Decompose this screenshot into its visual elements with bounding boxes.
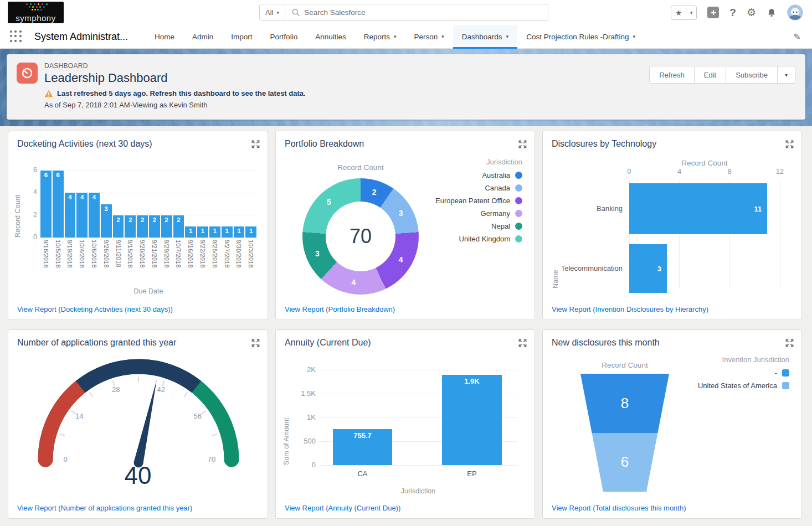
svg-text:56: 56: [194, 412, 202, 420]
chart-subtitle: Record Count: [311, 163, 410, 172]
tab-person[interactable]: Person▾: [405, 25, 453, 49]
widget-applications-granted-gauge: Number of applications granted this year…: [8, 329, 268, 519]
view-report-link[interactable]: View Report (Annuity (Current Due)): [285, 504, 400, 512]
bar[interactable]: 2: [149, 215, 160, 238]
legend-item[interactable]: Canada: [435, 184, 522, 192]
x-tick-label: 9/11/2018: [113, 240, 124, 284]
svg-text:14: 14: [75, 412, 83, 420]
y-axis-title: Record Count: [14, 171, 22, 238]
legend-item[interactable]: United Kingdom: [435, 235, 522, 243]
bar[interactable]: 2: [113, 215, 124, 238]
expand-icon[interactable]: [518, 140, 527, 151]
svg-text:28: 28: [112, 385, 120, 394]
setup-gear-icon[interactable]: ⚙: [747, 6, 756, 19]
tab-label: Portfolio: [270, 33, 298, 41]
bar[interactable]: 2: [125, 215, 136, 238]
bar[interactable]: 2: [161, 215, 172, 238]
widget-title: New disclosures this month: [552, 338, 660, 348]
x-tick-label: 9/18/2018: [40, 240, 52, 284]
bar[interactable]: 4: [89, 193, 100, 238]
funnel-segment[interactable]: 8: [580, 374, 669, 433]
view-report-link[interactable]: View Report (Docketing Activities (next …: [17, 305, 173, 313]
search-scope-dropdown[interactable]: All ▾: [260, 4, 285, 20]
subscribe-button[interactable]: Subscribe: [726, 66, 778, 84]
tab-admin[interactable]: Admin: [183, 25, 222, 49]
notifications-bell-icon[interactable]: [767, 8, 777, 18]
bar[interactable]: 6: [40, 171, 52, 238]
chart-legend: JurisdictionAustraliaCanadaEuropean Pate…: [435, 158, 522, 247]
expand-icon[interactable]: [518, 339, 527, 349]
user-avatar[interactable]: [787, 4, 803, 20]
global-add-icon[interactable]: +: [707, 7, 719, 18]
more-actions-chevron-button[interactable]: ▾: [778, 66, 795, 84]
edit-nav-pencil-icon[interactable]: ✎: [794, 32, 801, 42]
nav-tabs: HomeAdminImportPortfolioAnnuitiesReports…: [146, 25, 644, 49]
expand-icon[interactable]: [251, 140, 260, 151]
legend-item[interactable]: European Patent Office: [435, 197, 522, 205]
favorites-star-icon[interactable]: ★: [671, 8, 686, 17]
bar[interactable]: 11: [629, 183, 767, 234]
edit-button[interactable]: Edit: [695, 66, 726, 84]
bar[interactable]: 2: [137, 215, 148, 238]
bar[interactable]: 1: [222, 226, 233, 238]
bar[interactable]: 3: [629, 244, 667, 293]
tab-label: Reports: [364, 33, 390, 41]
legend-item[interactable]: Australia: [435, 171, 522, 179]
legend-label: Canada: [485, 184, 510, 192]
bar[interactable]: 1: [234, 226, 245, 238]
y-axis-title: Sum of Amount: [282, 370, 290, 465]
search-icon: [292, 8, 300, 17]
app-name[interactable]: System Administrat...: [34, 31, 128, 43]
bar[interactable]: 1: [209, 226, 220, 238]
chart-subtitle: Record Count: [575, 361, 675, 369]
category-label: CA: [333, 470, 392, 478]
bar-value-label: 1: [234, 228, 245, 234]
bar[interactable]: 2: [173, 215, 184, 238]
app-launcher-icon[interactable]: [10, 30, 22, 43]
tab-annuities[interactable]: Annuities: [306, 25, 355, 49]
funnel-segment[interactable]: 6: [580, 433, 669, 492]
tab-import[interactable]: Import: [222, 25, 261, 49]
view-report-link[interactable]: View Report (Invention Disclosures by Hi…: [552, 305, 708, 313]
bar[interactable]: 1.9K: [442, 375, 502, 465]
x-tick-label: 12: [772, 168, 788, 176]
tab-cost-projection-rules-drafting[interactable]: Cost Projection Rules -Drafting▾: [517, 25, 644, 49]
bar[interactable]: 755.7: [333, 429, 392, 465]
category-label: EP: [442, 470, 502, 478]
bar[interactable]: 1: [197, 226, 208, 238]
favorites-button-group[interactable]: ★ ▾: [671, 6, 697, 20]
bar[interactable]: 4: [65, 193, 76, 238]
view-report-link[interactable]: View Report (Number of applications gran…: [17, 504, 192, 512]
expand-icon[interactable]: [251, 339, 260, 349]
search-input[interactable]: [304, 8, 541, 17]
legend-item[interactable]: -: [698, 369, 789, 377]
tab-reports[interactable]: Reports▾: [355, 25, 405, 49]
gridline: [780, 180, 780, 288]
global-search[interactable]: All ▾: [259, 4, 548, 21]
dashboard-icon: [17, 63, 38, 84]
view-report-link[interactable]: View Report (Total disclosures this mont…: [552, 504, 686, 512]
bar[interactable]: 1: [185, 226, 196, 238]
legend-item[interactable]: Germany: [435, 209, 522, 218]
widget-disclosures-by-technology: Disclosures by Technology Record Count11…: [542, 131, 802, 320]
tab-dashboards[interactable]: Dashboards▾: [453, 25, 517, 49]
bar[interactable]: 1: [245, 226, 256, 238]
refresh-button[interactable]: Refresh: [649, 66, 695, 84]
legend-item[interactable]: Nepal: [435, 222, 522, 230]
portfolio-donut-chart: Record Count70234435JurisdictionAustrali…: [276, 156, 535, 300]
expand-icon[interactable]: [785, 140, 794, 151]
bar[interactable]: 6: [53, 171, 64, 238]
tab-home[interactable]: Home: [146, 25, 183, 49]
legend-item[interactable]: United States of America: [698, 381, 789, 390]
x-tick-label: 10/6/2018: [89, 240, 100, 284]
logo-dots-graphic: [24, 3, 48, 12]
expand-icon[interactable]: [785, 339, 794, 349]
help-icon[interactable]: ?: [729, 7, 736, 19]
favorites-chevron-down-icon[interactable]: ▾: [686, 10, 696, 16]
tab-label: Dashboards: [462, 33, 502, 41]
x-axis-title: Due Date: [40, 287, 256, 295]
tab-portfolio[interactable]: Portfolio: [261, 25, 307, 49]
bar[interactable]: 4: [76, 193, 88, 238]
bar[interactable]: 3: [101, 204, 112, 238]
view-report-link[interactable]: View Report (Portfolio Breakdown): [285, 305, 395, 313]
